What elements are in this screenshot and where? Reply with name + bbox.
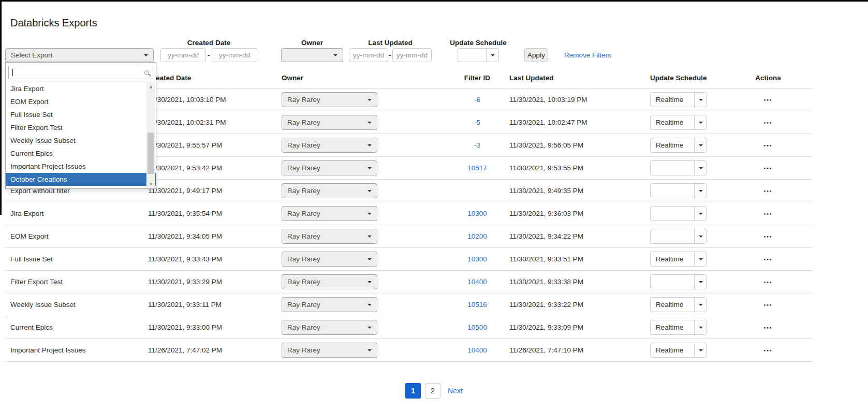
export-search-input[interactable] bbox=[8, 66, 153, 79]
owner-select[interactable]: Ray Rarey bbox=[282, 229, 377, 244]
ellipsis-icon[interactable]: ••• bbox=[764, 325, 773, 331]
owner-filter-select[interactable] bbox=[281, 48, 343, 62]
export-option-label: Important Project Issues bbox=[10, 163, 86, 170]
page-button[interactable]: 1 bbox=[405, 383, 421, 399]
update-schedule-select[interactable]: Realtime bbox=[650, 343, 707, 358]
caret-down-icon bbox=[694, 252, 707, 266]
filter-id-link[interactable]: -3 bbox=[474, 141, 480, 149]
owner-select[interactable]: Ray Rarey bbox=[282, 297, 377, 312]
dropdown-scrollbar[interactable]: ∧ ∨ bbox=[146, 82, 155, 188]
next-page-link[interactable]: Next bbox=[448, 387, 463, 395]
table-row: Weekly Issue Subset 11/30/2021, 9:33:11 … bbox=[5, 293, 813, 316]
export-option[interactable]: Jira Export bbox=[6, 82, 156, 95]
owner-select[interactable]: Ray Rarey bbox=[282, 320, 377, 335]
filter-id-link[interactable]: -6 bbox=[474, 96, 480, 104]
select-export-dropdown[interactable]: Select Export bbox=[5, 48, 154, 62]
caret-down-icon bbox=[694, 138, 707, 152]
update-schedule-select[interactable]: Realtime bbox=[650, 320, 707, 335]
owner-select[interactable]: Ray Rarey bbox=[282, 183, 377, 198]
ellipsis-icon[interactable]: ••• bbox=[764, 120, 773, 126]
created-date-to-input[interactable] bbox=[212, 48, 257, 62]
update-schedule-select[interactable]: Realtime bbox=[650, 115, 707, 130]
owner-select-value: Ray Rarey bbox=[287, 301, 320, 308]
update-schedule-select[interactable] bbox=[650, 229, 707, 244]
owner-select[interactable]: Ray Rarey bbox=[282, 160, 377, 175]
created-date-value: 11/30/2021, 9:34:05 PM bbox=[144, 232, 277, 240]
owner-select[interactable]: Ray Rarey bbox=[282, 92, 377, 107]
caret-down-icon bbox=[367, 236, 372, 238]
ellipsis-icon[interactable]: ••• bbox=[764, 166, 773, 171]
export-name: Current Epics bbox=[5, 323, 144, 331]
owner-select[interactable]: Ray Rarey bbox=[282, 274, 377, 289]
export-option-label: EOM Export bbox=[10, 98, 49, 106]
ellipsis-icon[interactable]: ••• bbox=[764, 211, 773, 217]
update-schedule-filter-select[interactable] bbox=[458, 48, 499, 62]
ellipsis-icon[interactable]: ••• bbox=[764, 188, 773, 194]
owner-select-value: Ray Rarey bbox=[287, 346, 320, 354]
owner-select[interactable]: Ray Rarey bbox=[282, 115, 377, 130]
update-schedule-select[interactable] bbox=[650, 274, 707, 289]
ellipsis-icon[interactable]: ••• bbox=[764, 348, 773, 354]
export-option[interactable]: Weekly Issue Subset bbox=[6, 134, 156, 147]
export-option-label: October Creations bbox=[10, 175, 67, 183]
apply-button[interactable]: Apply bbox=[524, 48, 548, 62]
export-option[interactable]: Current Epics bbox=[6, 147, 156, 160]
filter-id-link[interactable]: 10400 bbox=[467, 278, 487, 286]
filter-id-link[interactable]: 10517 bbox=[467, 164, 487, 172]
last-updated-value: 11/30/2021, 9:33:09 PM bbox=[505, 323, 646, 331]
filter-id-link[interactable]: 10300 bbox=[467, 255, 487, 263]
last-updated-from-input[interactable] bbox=[349, 48, 388, 62]
chevron-up-icon[interactable]: ∧ bbox=[146, 82, 155, 91]
update-schedule-select[interactable]: Realtime bbox=[650, 138, 707, 153]
export-option-label: Jira Export bbox=[10, 85, 44, 93]
filter-id-link[interactable]: 10500 bbox=[467, 323, 487, 331]
owner-select[interactable]: Ray Rarey bbox=[282, 206, 377, 221]
remove-filters-link[interactable]: Remove Filters bbox=[564, 51, 611, 59]
owner-select[interactable]: Ray Rarey bbox=[282, 252, 377, 267]
update-schedule-value bbox=[651, 161, 694, 175]
window-left-border bbox=[0, 0, 2, 215]
ellipsis-icon[interactable]: ••• bbox=[764, 257, 773, 262]
export-option[interactable]: Filter Export Test bbox=[6, 121, 156, 134]
export-option[interactable]: October Creations bbox=[6, 173, 156, 186]
owner-select-value: Ray Rarey bbox=[287, 232, 320, 240]
filter-id-link[interactable]: 10200 bbox=[467, 232, 487, 240]
owner-select[interactable]: Ray Rarey bbox=[282, 343, 377, 358]
filter-id-link[interactable]: -5 bbox=[474, 119, 480, 126]
scrollbar-thumb[interactable] bbox=[148, 133, 154, 174]
chevron-down-icon[interactable]: ∨ bbox=[146, 179, 155, 188]
export-option[interactable]: Full Issue Set bbox=[6, 108, 156, 121]
filter-id-link[interactable]: 10400 bbox=[467, 346, 487, 354]
select-export-placeholder: Select Export bbox=[11, 51, 52, 59]
caret-down-icon bbox=[694, 184, 707, 198]
update-schedule-select[interactable] bbox=[650, 206, 707, 221]
page-button[interactable]: 2 bbox=[425, 383, 440, 399]
filter-id-link[interactable]: 10516 bbox=[467, 301, 487, 308]
update-schedule-select[interactable] bbox=[650, 160, 707, 175]
owner-select[interactable]: Ray Rarey bbox=[282, 138, 377, 153]
created-date-value: 11/30/2021, 10:03:10 PM bbox=[144, 96, 277, 104]
export-options-list: Jira Export EOM Export Full Issue Set Fi… bbox=[6, 82, 156, 186]
last-updated-to-input[interactable] bbox=[392, 48, 432, 62]
update-schedule-select[interactable]: Realtime bbox=[650, 297, 707, 312]
export-name: Important Project Issues bbox=[5, 346, 144, 354]
table-row: EOM Export 11/30/2021, 9:34:05 PM Ray Ra… bbox=[5, 225, 813, 247]
created-date-value: 11/30/2021, 9:55:57 PM bbox=[144, 141, 277, 149]
owner-select-value: Ray Rarey bbox=[287, 210, 320, 217]
update-schedule-select[interactable] bbox=[650, 183, 707, 198]
created-date-from-input[interactable] bbox=[160, 48, 206, 62]
ellipsis-icon[interactable]: ••• bbox=[764, 143, 773, 149]
ellipsis-icon[interactable]: ••• bbox=[764, 279, 773, 285]
owner-select-value: Ray Rarey bbox=[287, 323, 320, 331]
last-updated-value: 11/30/2021, 9:56:05 PM bbox=[505, 141, 646, 149]
caret-down-icon bbox=[367, 327, 372, 329]
export-option[interactable]: Important Project Issues bbox=[6, 160, 156, 173]
filter-id-link[interactable]: 10300 bbox=[467, 210, 487, 217]
update-schedule-value: Realtime bbox=[651, 320, 694, 334]
ellipsis-icon[interactable]: ••• bbox=[764, 234, 773, 240]
ellipsis-icon[interactable]: ••• bbox=[764, 97, 773, 103]
ellipsis-icon[interactable]: ••• bbox=[764, 302, 773, 308]
update-schedule-select[interactable]: Realtime bbox=[650, 252, 707, 267]
update-schedule-select[interactable]: Realtime bbox=[650, 92, 707, 107]
export-option[interactable]: EOM Export bbox=[6, 95, 156, 108]
